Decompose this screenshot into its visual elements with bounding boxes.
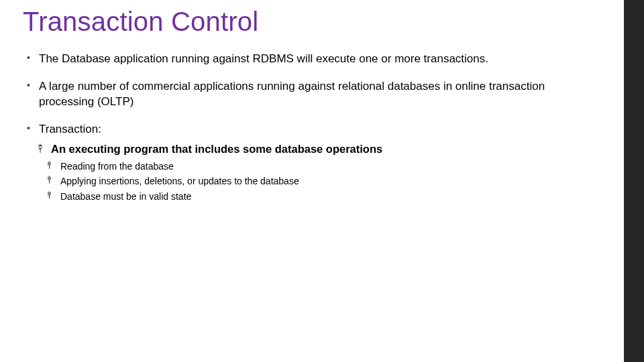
flourish-icon: ༒ (38, 143, 42, 156)
sub2-item: ༒ Applying insertions, deletions, or upd… (48, 174, 597, 188)
sub1-item: ༒ An executing program that includes som… (39, 141, 597, 156)
right-side-bar (624, 0, 644, 362)
bullet-item: Transaction: ༒ An executing program that… (27, 122, 597, 204)
bullet-text: The Database application running against… (39, 52, 488, 65)
sub-list-1: ༒ An executing program that includes som… (39, 141, 597, 204)
bullet-item: A large number of commercial application… (27, 79, 597, 110)
sub2-item: ༒ Reading from the database (48, 159, 597, 174)
sub2-item: ༒ Database must be in valid state (48, 189, 597, 204)
content-area: Transaction Control The Database applica… (0, 0, 624, 216)
bullet-text: A large number of commercial application… (39, 80, 545, 108)
sub2-text: Database must be in valid state (60, 191, 191, 202)
flourish-icon: ༒ (47, 160, 51, 172)
bullet-list: The Database application running against… (27, 52, 597, 204)
sub2-text: Reading from the database (60, 161, 174, 172)
slide-title: Transaction Control (23, 7, 597, 37)
sub1-text: An executing program that includes some … (51, 143, 382, 155)
sub-list-2: ༒ Reading from the database ༒ Applying i… (48, 159, 597, 204)
slide: Transaction Control The Database applica… (0, 0, 644, 362)
flourish-icon: ༒ (47, 190, 51, 202)
bullet-item: The Database application running against… (27, 52, 597, 67)
sub2-text: Applying insertions, deletions, or updat… (60, 176, 299, 186)
bullet-text: Transaction: (39, 123, 101, 135)
flourish-icon: ༒ (47, 174, 51, 187)
